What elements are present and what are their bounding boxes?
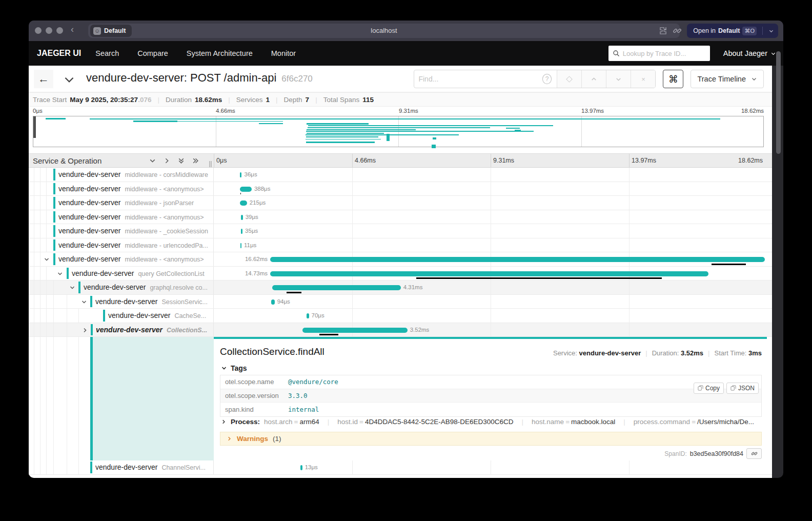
span-bar[interactable] <box>307 313 309 318</box>
expand-one-icon[interactable] <box>163 157 171 165</box>
span-timeline-cell[interactable]: 11μs <box>214 238 767 252</box>
tags-section-toggle[interactable]: Tags <box>221 364 247 372</box>
page-scrollbar-thumb[interactable] <box>776 51 781 154</box>
span-bar[interactable] <box>240 201 247 206</box>
collapse-trace-icon[interactable] <box>63 73 76 86</box>
warnings-section-toggle[interactable]: Warnings (1) <box>220 432 762 446</box>
next-result-button[interactable] <box>606 70 631 88</box>
open-in-default-button[interactable]: Open in Default ⌘O <box>687 24 778 38</box>
span-timeline-cell[interactable]: 3.52ms <box>214 323 767 337</box>
chevron-down-icon[interactable] <box>69 285 75 291</box>
span-name-cell[interactable]: vendure-dev-serverCollectionS... <box>29 323 214 337</box>
keyboard-shortcuts-button[interactable]: ⌘ <box>663 70 683 88</box>
chevron-right-icon[interactable] <box>82 327 88 333</box>
traffic-lights[interactable] <box>35 27 63 34</box>
span-name-cell[interactable]: vendure-dev-servermiddleware - jsonParse… <box>29 196 214 210</box>
chevron-down-icon[interactable] <box>768 28 774 34</box>
span-timeline-cell[interactable]: 35μs <box>214 224 767 238</box>
span-bar[interactable] <box>300 465 302 470</box>
minimap-canvas[interactable] <box>33 116 764 147</box>
span-bar[interactable] <box>240 243 241 248</box>
span-row[interactable]: vendure-dev-servermiddleware - <anonymou… <box>29 210 772 225</box>
collapse-one-icon[interactable] <box>149 157 156 165</box>
span-timeline-cell[interactable]: 94μs <box>214 295 767 309</box>
expand-all-icon[interactable] <box>192 157 199 165</box>
focus-span-button[interactable] <box>557 70 581 88</box>
span-row[interactable]: vendure-dev-serverquery GetCollectionLis… <box>29 267 772 281</box>
find-input[interactable] <box>418 75 542 83</box>
address-bar[interactable]: ☺ Default localhost <box>88 24 680 38</box>
span-timeline-cell[interactable]: 4.31ms <box>214 280 767 294</box>
span-row[interactable]: vendure-dev-serverCacheSe... 70μs <box>29 309 772 323</box>
browser-back-icon[interactable]: ‹ <box>71 24 74 35</box>
span-timeline-cell[interactable]: 215μs <box>214 196 767 210</box>
span-timeline-cell[interactable]: 14.73ms <box>214 267 767 280</box>
span-bar[interactable] <box>270 257 765 262</box>
span-name-cell[interactable]: vendure-dev-servermiddleware - <anonymou… <box>29 210 214 224</box>
chevron-down-icon[interactable] <box>44 256 50 263</box>
span-row[interactable]: vendure-dev-servermiddleware - <anonymou… <box>29 182 772 196</box>
span-timeline-cell[interactable]: 13μs <box>214 460 767 474</box>
json-button[interactable]: JSON <box>726 383 759 394</box>
span-row[interactable]: vendure-dev-servermiddleware - _cookieSe… <box>29 224 772 238</box>
help-icon[interactable]: ? <box>542 74 552 84</box>
span-timeline-cell[interactable]: 70μs <box>214 309 767 323</box>
span-bar[interactable] <box>241 229 242 234</box>
span-bar[interactable] <box>270 271 708 276</box>
nav-item-compare[interactable]: Compare <box>137 49 168 57</box>
span-name-cell[interactable]: vendure-dev-servermiddleware - corsMiddl… <box>29 168 214 182</box>
span-row[interactable]: vendure-dev-serverCollectionS... 3.52ms <box>29 323 772 337</box>
span-name-cell[interactable]: vendure-dev-serverChannelServi... <box>29 460 214 474</box>
span-bar[interactable] <box>240 172 242 177</box>
span-timeline-cell[interactable]: 36μs <box>214 168 767 182</box>
span-name-cell[interactable]: vendure-dev-servergraphql.resolve co... <box>29 280 214 294</box>
minimap-drag-handle[interactable] <box>33 116 36 138</box>
span-timeline-cell[interactable]: 39μs <box>214 210 767 224</box>
nav-item-system-architecture[interactable]: System Architecture <box>187 49 253 57</box>
view-type-select[interactable]: Trace Timeline <box>691 70 764 88</box>
span-name-cell[interactable]: vendure-dev-serverCacheSe... <box>29 309 214 323</box>
span-row[interactable]: vendure-dev-serverChannelServi... 13μs <box>29 460 772 475</box>
span-timeline-cell[interactable]: 388μs <box>214 182 767 196</box>
chevron-down-icon[interactable] <box>81 299 87 305</box>
nav-item-search[interactable]: Search <box>95 49 119 57</box>
tag-row[interactable]: otel.scope.name @vendure/core <box>220 375 761 389</box>
clear-search-button[interactable]: × <box>631 70 655 88</box>
span-bar[interactable] <box>302 328 408 333</box>
copy-link-icon[interactable] <box>673 26 682 35</box>
span-row[interactable]: vendure-dev-servergraphql.resolve co... … <box>29 280 772 295</box>
span-name-cell[interactable]: vendure-dev-servermiddleware - _cookieSe… <box>29 224 214 238</box>
span-bar[interactable] <box>271 299 274 305</box>
copy-button[interactable]: Copy <box>694 383 724 394</box>
trace-id-lookup[interactable] <box>608 46 710 61</box>
back-button[interactable]: ← <box>34 70 53 88</box>
minimize-window-button[interactable] <box>46 27 52 34</box>
span-row[interactable]: vendure-dev-servermiddleware - jsonParse… <box>29 196 772 210</box>
span-bar[interactable] <box>241 215 243 220</box>
chevron-down-icon[interactable] <box>57 271 63 277</box>
prev-result-button[interactable] <box>581 70 606 88</box>
nav-item-monitor[interactable]: Monitor <box>271 49 296 57</box>
span-row[interactable]: vendure-dev-servermiddleware - <anonymou… <box>29 252 772 267</box>
span-name-cell[interactable]: vendure-dev-servermiddleware - <anonymou… <box>29 252 214 266</box>
span-timeline-cell[interactable]: 16.62ms <box>214 252 767 266</box>
span-bar[interactable] <box>240 187 252 192</box>
extensions-puzzle-icon[interactable] <box>658 26 667 35</box>
span-name-cell[interactable]: vendure-dev-servermiddleware - <anonymou… <box>29 182 214 196</box>
close-window-button[interactable] <box>35 27 42 34</box>
collapse-all-icon[interactable] <box>177 157 185 165</box>
span-name-cell[interactable]: vendure-dev-serverSessionServic... <box>29 295 214 309</box>
span-row[interactable]: vendure-dev-servermiddleware - corsMiddl… <box>29 168 772 182</box>
jaeger-logo[interactable]: JAEGER UI <box>37 49 81 58</box>
span-row[interactable]: vendure-dev-serverSessionServic... 94μs <box>29 295 772 309</box>
span-row[interactable]: vendure-dev-servermiddleware - urlencode… <box>29 238 772 253</box>
deep-link-button[interactable] <box>746 448 762 459</box>
about-jaeger-menu[interactable]: About Jaeger <box>723 49 776 57</box>
tag-row[interactable]: otel.scope.version 3.3.0 Copy JSON <box>220 389 761 403</box>
process-section-toggle[interactable]: Process: host.arch=arm64| host.id=4D4DDA… <box>221 418 754 426</box>
span-name-cell[interactable]: vendure-dev-serverquery GetCollectionLis… <box>29 267 214 280</box>
trace-id-input[interactable] <box>623 50 706 57</box>
span-name-cell[interactable]: vendure-dev-servermiddleware - urlencode… <box>29 238 214 252</box>
maximize-window-button[interactable] <box>56 27 63 34</box>
span-bar[interactable] <box>272 285 400 290</box>
